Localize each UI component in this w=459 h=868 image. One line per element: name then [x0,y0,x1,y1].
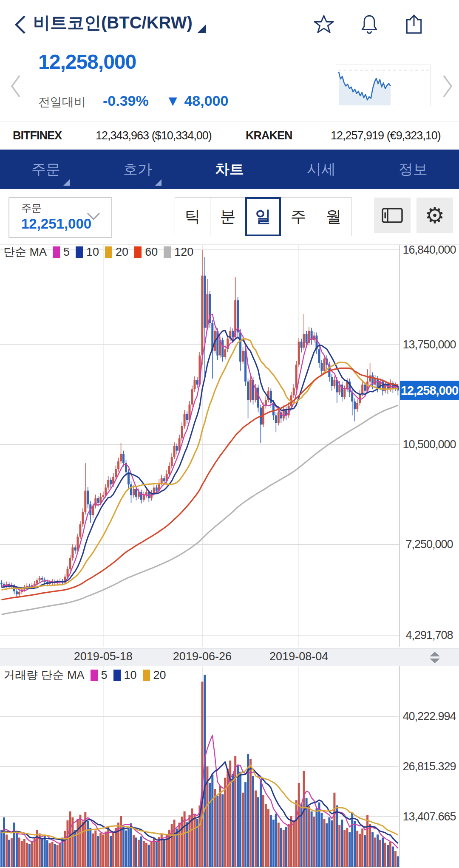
ma-5-swatch [91,670,98,681]
tab-market[interactable]: 시세 [275,150,367,189]
exchange-compare-row: BITFINEX 12,343,963 ($10,334,00) KRAKEN … [0,122,459,149]
main-nav-bar: 주문 호가 차트 시세 정보 [0,150,459,189]
ma-20-swatch [105,246,112,258]
alerts-button[interactable] [358,13,380,37]
tab-order[interactable]: 주문 [0,150,92,189]
exchange-name: BITFINEX [13,129,62,142]
interval-day-button[interactable]: 일 [245,197,281,236]
price-axis-label: 4,291,708 [400,628,458,642]
volume-axis-label: 40,222.994 [400,710,458,723]
ma-period-label: 10 [124,669,137,682]
ma-period-label: 120 [174,246,193,259]
price-ma-legend: 단순 MA 5102060120 [3,246,193,258]
ma-60-swatch [134,246,142,258]
down-arrow-icon: ▼ [166,93,180,109]
date-axis-label: 2019-06-26 [156,650,249,663]
chevron-left-icon [8,73,23,99]
tab-chart[interactable]: 차트 [184,150,275,189]
order-price-dropdown[interactable]: 주문 12,251,000 [8,197,112,238]
ma-period-label: 5 [101,669,108,682]
next-pair-button[interactable] [440,73,455,99]
chevron-down-icon [87,212,100,221]
interval-button-group: 틱 분 일 주 월 [175,197,351,236]
legend-title: 거래량 단순 MA [3,667,85,683]
prev-pair-button[interactable] [8,73,23,99]
ma-120-swatch [164,246,171,258]
exchange-price: 12,343,963 ($10,334,00) [96,129,212,142]
change-percent: -0.39% [103,93,149,109]
favorite-button[interactable] [313,13,335,37]
ma-period-label: 20 [153,669,166,682]
ma-10-swatch [76,246,83,258]
chart-settings-button[interactable]: ⚙ [416,198,453,233]
interval-month-button[interactable]: 월 [316,197,351,236]
interval-week-button[interactable]: 주 [280,197,316,236]
ma-10-swatch [113,670,121,681]
back-button[interactable] [9,13,31,37]
ma-period-label: 5 [63,246,70,259]
share-button[interactable] [403,13,425,37]
change-amount: ▼ 48,000 [166,93,229,109]
ma-period-label: 10 [86,246,99,259]
tab-caret-icon [63,179,70,186]
landscape-mode-button[interactable] [374,198,411,233]
pair-title-label: 비트코인(BTC/KRW) [33,11,193,34]
pair-title[interactable]: 비트코인(BTC/KRW) [33,11,206,34]
tab-orderbook[interactable]: 호가 [92,150,184,189]
panel-resize-handle[interactable] [427,651,442,663]
price-axis-label: 13,750,000 [400,338,458,351]
share-icon [403,14,425,36]
rotate-device-icon [380,205,404,226]
star-icon [313,14,334,35]
trading-app-screen: 비트코인(BTC/KRW) 12,258,000 전일대비 -0.39% ▼ 4… [0,0,459,868]
volume-ma-legend: 거래량 단순 MA 51020 [3,669,166,681]
date-axis-label: 2019-08-04 [252,650,346,663]
price-axis-label: 16,840,000 [400,243,458,257]
interval-tick-button[interactable]: 틱 [175,197,210,236]
exchange-name: KRAKEN [246,129,292,142]
ma-20-swatch [143,670,150,681]
legend-title: 단순 MA [3,244,47,260]
mini-sparkline[interactable] [336,65,431,106]
chevron-right-icon [440,73,455,99]
volume-axis-label: 26,815.329 [400,760,458,773]
order-dropdown-value: 12,251,000 [21,216,91,232]
current-price-axis-badge: 12,258,000 [400,381,459,400]
volume-axis-label: 13,407.665 [400,810,458,823]
price-axis-label: 10,500,000 [400,438,458,451]
ma-period-label: 20 [116,246,128,259]
date-axis-label: 2019-05-18 [57,650,150,663]
pair-dropdown-caret-icon [198,24,206,33]
change-label: 전일대비 [38,94,86,110]
price-axis-label: 7,250,000 [400,537,458,551]
current-price: 12,258,000 [38,50,136,74]
ma-period-label: 60 [145,246,158,259]
interval-min-button[interactable]: 분 [210,197,246,236]
ma-5-swatch [53,246,60,258]
tab-info[interactable]: 정보 [367,150,459,189]
resize-down-icon [430,659,440,663]
gear-icon: ⚙ [425,204,445,226]
resize-up-icon [430,652,440,656]
order-dropdown-label: 주문 [21,201,42,215]
back-chevron-icon [12,13,29,37]
bell-icon [359,14,380,36]
tab-caret-icon [155,179,162,186]
exchange-price: 12,257,919 (€9,323,10) [331,129,441,142]
